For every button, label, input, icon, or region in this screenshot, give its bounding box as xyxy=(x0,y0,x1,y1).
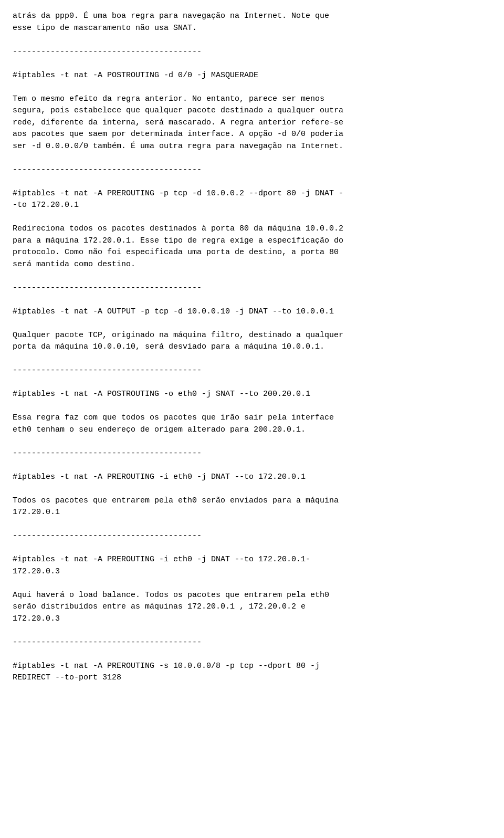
main-content: atrás da ppp0. É uma boa regra para nave… xyxy=(13,11,491,684)
